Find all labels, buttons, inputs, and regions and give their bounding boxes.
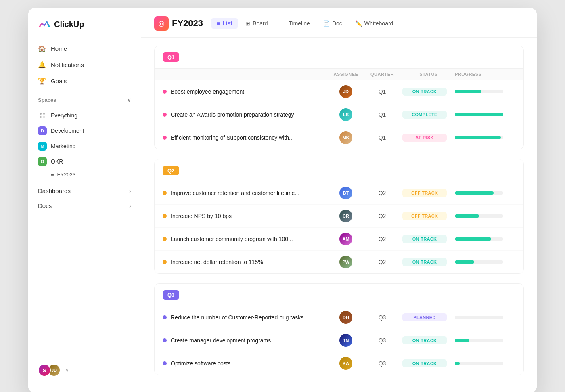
- page-icon: ◎: [154, 16, 169, 31]
- table-row[interactable]: Create manager development programs TN Q…: [155, 329, 523, 352]
- progress-cell-3: [455, 136, 515, 139]
- all-spaces-icon: [38, 111, 47, 120]
- space-item-development[interactable]: D Development: [33, 123, 136, 138]
- table-row[interactable]: Increase net dollar retention to 115% PW…: [155, 251, 523, 273]
- space-everything-label: Everything: [51, 112, 77, 119]
- progress-cell-9: [455, 339, 515, 342]
- status-badge: OFF TRACK: [402, 189, 447, 197]
- row-quarter-10: Q3: [362, 360, 402, 367]
- progress-bar-fill: [455, 90, 481, 93]
- row-title-8: Reduce the number of Customer-Reported b…: [163, 314, 330, 321]
- status-badge: ON TRACK: [402, 359, 447, 367]
- row-status-4: OFF TRACK: [402, 189, 455, 197]
- bullet-icon: [163, 90, 167, 94]
- tab-list[interactable]: ≡ List: [211, 18, 238, 29]
- spaces-toggle[interactable]: Spaces ∨: [38, 97, 131, 103]
- row-title-text: Improve customer retention and customer …: [171, 190, 299, 196]
- row-title-5: Increase NPS by 10 bps: [163, 213, 330, 219]
- avatar-img: PW: [339, 256, 352, 268]
- q2-badge: Q2: [163, 166, 179, 175]
- row-quarter-3: Q1: [362, 134, 402, 141]
- q3-header: Q3: [155, 284, 523, 306]
- row-status-1: ON TRACK: [402, 88, 455, 96]
- avatar-img: CR: [339, 210, 352, 222]
- status-badge: ON TRACK: [402, 235, 447, 243]
- table-row[interactable]: Reduce the number of Customer-Reported b…: [155, 306, 523, 329]
- progress-bar-fill: [455, 136, 501, 139]
- nav-item-goals[interactable]: 🏆 Goals: [33, 73, 136, 89]
- svg-point-3: [43, 116, 45, 118]
- development-space-icon: D: [38, 126, 47, 135]
- row-status-10: ON TRACK: [402, 359, 455, 367]
- table-row[interactable]: Boost employee engagement JD Q1 ON TRACK: [155, 80, 523, 103]
- table-row[interactable]: Improve customer retention and customer …: [155, 182, 523, 205]
- svg-point-2: [40, 116, 42, 118]
- progress-cell-8: [455, 316, 515, 319]
- marketing-space-icon: M: [38, 142, 47, 151]
- sidebar-footer: S JD ∨: [28, 357, 141, 383]
- user-avatars[interactable]: S JD: [38, 364, 61, 377]
- row-title-text: Efficient monitoring of Support consiste…: [171, 134, 294, 141]
- bell-icon: 🔔: [38, 61, 46, 69]
- content-area: Q1 ASSIGNEE QUARTER STATUS PROGRESS Boos…: [141, 38, 537, 392]
- nav-item-dashboards[interactable]: Dashboards ›: [33, 183, 136, 198]
- table-row[interactable]: Optimize software costs KA Q3 ON TRACK: [155, 352, 523, 375]
- tab-board[interactable]: ⊞ Board: [240, 18, 273, 29]
- nav-notifications-label: Notifications: [51, 61, 84, 68]
- row-title-10: Optimize software costs: [163, 360, 330, 367]
- tab-timeline[interactable]: — Timeline: [275, 18, 315, 29]
- space-item-everything[interactable]: Everything: [33, 108, 136, 123]
- table-row[interactable]: Increase NPS by 10 bps CR Q2 OFF TRACK: [155, 205, 523, 228]
- row-avatar-4: BT: [330, 187, 362, 199]
- row-quarter-4: Q2: [362, 190, 402, 196]
- sub-item-fy2023[interactable]: ≡ FY2023: [33, 169, 136, 180]
- user-menu-chevron[interactable]: ∨: [65, 367, 69, 373]
- nav-item-notifications[interactable]: 🔔 Notifications: [33, 57, 136, 73]
- app-name: ClickUp: [54, 20, 84, 29]
- row-title-text: Launch customer community program with 1…: [171, 236, 293, 242]
- nav-item-home[interactable]: 🏠 Home: [33, 40, 136, 57]
- page-title: FY2023: [172, 18, 203, 29]
- nav-item-docs[interactable]: Docs ›: [33, 198, 136, 213]
- progress-bar-fill: [455, 362, 460, 365]
- row-quarter-9: Q3: [362, 337, 402, 344]
- row-title-4: Improve customer retention and customer …: [163, 190, 330, 196]
- table-header: ASSIGNEE QUARTER STATUS PROGRESS: [155, 68, 523, 80]
- progress-cell-4: [455, 191, 515, 195]
- tab-timeline-label: Timeline: [289, 20, 310, 27]
- row-title-text: Reduce the number of Customer-Reported b…: [171, 314, 308, 321]
- th-assignee: ASSIGNEE: [330, 72, 362, 77]
- row-title-6: Launch customer community program with 1…: [163, 236, 330, 242]
- row-avatar-7: PW: [330, 256, 362, 268]
- spaces-list: Everything D Development M Marketing O O…: [28, 106, 141, 182]
- row-title-text: Optimize software costs: [171, 360, 231, 367]
- svg-point-1: [43, 113, 45, 115]
- row-title-9: Create manager development programs: [163, 337, 330, 344]
- row-status-5: OFF TRACK: [402, 212, 455, 220]
- progress-bar-wrap: [455, 316, 503, 319]
- space-development-label: Development: [51, 128, 84, 134]
- q2-header: Q2: [155, 159, 523, 182]
- tab-doc[interactable]: 📄 Doc: [317, 18, 348, 29]
- progress-bar-fill: [455, 237, 491, 241]
- tab-whiteboard[interactable]: ✏️ Whiteboard: [349, 18, 399, 29]
- whiteboard-tab-icon: ✏️: [355, 20, 362, 27]
- list-tab-icon: ≡: [217, 20, 220, 27]
- progress-cell-1: [455, 90, 515, 93]
- table-row[interactable]: Launch customer community program with 1…: [155, 228, 523, 251]
- status-badge: ON TRACK: [402, 88, 447, 96]
- tab-bar: ≡ List ⊞ Board — Timeline 📄 Doc ✏️ Wh: [211, 18, 399, 29]
- row-avatar-9: TN: [330, 334, 362, 347]
- table-row[interactable]: Efficient monitoring of Support consiste…: [155, 126, 523, 149]
- chevron-right-docs-icon: ›: [129, 202, 131, 209]
- space-item-marketing[interactable]: M Marketing: [33, 138, 136, 154]
- q1-header: Q1: [155, 46, 523, 68]
- table-row[interactable]: Create an Awards promotion preparation s…: [155, 103, 523, 126]
- quarter-section-q1: Q1 ASSIGNEE QUARTER STATUS PROGRESS Boos…: [154, 46, 524, 149]
- avatar-img: JD: [339, 85, 352, 98]
- bullet-icon: [163, 315, 167, 319]
- timeline-tab-icon: —: [280, 20, 286, 27]
- space-item-okr[interactable]: O OKR: [33, 154, 136, 169]
- row-title-text: Create manager development programs: [171, 337, 271, 344]
- progress-bar-wrap: [455, 260, 503, 264]
